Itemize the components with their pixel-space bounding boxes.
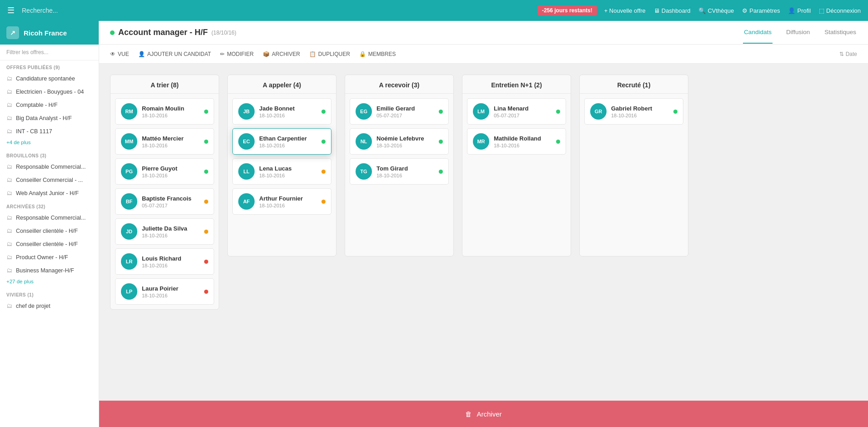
card-date: 18-10-2016 [259,203,317,208]
kanban-card[interactable]: EC Ethan Carpentier 18-10-2016 [232,128,331,155]
main-content: Account manager - H/F (18/10/16) Candida… [99,21,868,427]
topnav-links: + Nouvelle offre 🖥 Dashboard 🔍 CVthèque … [604,7,861,14]
modifier-button[interactable]: ✏ MODIFIER [220,51,254,57]
card-date: 05-07-2017 [376,113,434,118]
kanban-card[interactable]: MR Mathilde Rolland 18-10-2016 [467,128,566,155]
kanban-card[interactable]: TG Tom Girard 18-10-2016 [350,158,449,185]
sidebar-more-link[interactable]: +27 de plus [0,277,99,288]
tab-diffusion[interactable]: Diffusion [785,21,811,44]
sidebar-item[interactable]: 🗂chef de projet [0,299,99,312]
card-status-dot [321,200,326,204]
copy-icon: 📋 [309,51,316,57]
dashboard-link[interactable]: 🖥 Dashboard [654,7,691,14]
archiver-bar[interactable]: 🗑 Archiver [99,401,868,427]
sidebar-filter[interactable]: Filtrer les offres... [0,45,99,60]
card-status-dot [321,140,326,144]
archiver-button[interactable]: 📦 ARCHIVER [263,51,300,57]
sidebar-item[interactable]: 🗂Responsable Commercial... [0,211,99,224]
kanban-card[interactable]: NL Noémie Lefebvre 18-10-2016 [350,128,449,155]
kanban-col-body: EG Emilie Gerard 05-07-2017 NL Noémie Le… [345,94,453,189]
sidebar-item[interactable]: 🗂Product Owner - H/F [0,251,99,264]
sidebar-item[interactable]: 🗂Conseiller clientèle - H/F [0,224,99,237]
card-info: Romain Moulin 18-10-2016 [142,105,200,118]
card-name: Emilie Gerard [376,105,434,112]
sidebar-item[interactable]: 🗂Business Manager-H/F [0,264,99,277]
kanban-card[interactable]: PG Pierre Guyot 18-10-2016 [115,158,214,185]
sidebar-item[interactable]: 🗂Comptable - H/F [0,98,99,111]
profil-link[interactable]: 👤 Profil [788,7,811,14]
sidebar-item[interactable]: 🗂Big Data Analyst - H/F [0,111,99,125]
briefcase-icon: 🗂 [6,115,12,121]
ajouter-candidat-button[interactable]: 👤 AJOUTER UN CANDIDAT [138,51,211,57]
sidebar-item[interactable]: 🗂INT - CB 1117 [0,125,99,138]
sidebar-item[interactable]: 🗂Conseiller Commercial - ... [0,173,99,186]
card-info: Gabriel Robert 18-10-2016 [611,105,669,118]
logout-icon: ⬚ [819,7,824,14]
layout: ↗ Ricoh France Filtrer les offres... OFF… [0,21,868,427]
card-status-dot [321,170,326,174]
kanban-card[interactable]: LR Louis Richard 18-10-2016 [115,248,214,275]
card-status-dot [204,110,208,114]
briefcase-icon: 🗂 [6,190,12,196]
sidebar-item[interactable]: 🗂Responsable Commercial... [0,160,99,173]
kanban-card[interactable]: LP Laura Poirier 18-10-2016 [115,278,214,305]
avatar: LR [121,253,137,270]
sidebar-item-label: Business Manager-H/F [16,267,74,274]
card-name: Lina Menard [494,105,552,112]
sidebar-item[interactable]: 🗂Conseiller clientèle - H/F [0,237,99,251]
sidebar-item[interactable]: 🗂Candidature spontanée [0,72,99,85]
kanban-card[interactable]: AF Arthur Fournier 18-10-2016 [232,188,331,215]
main-header: Account manager - H/F (18/10/16) Candida… [99,21,868,45]
card-status-dot [204,170,208,174]
briefcase-icon: 🗂 [6,227,12,234]
avatar: NL [356,133,372,150]
avatar: GR [590,103,607,120]
kanban-card[interactable]: LM Lina Menard 05-07-2017 [467,98,566,125]
kanban-card[interactable]: BF Baptiste Francois 05-07-2017 [115,188,214,215]
kanban-card[interactable]: GR Gabriel Robert 18-10-2016 [584,98,683,125]
avatar: EC [238,133,255,150]
kanban-card[interactable]: MM Mattéo Mercier 18-10-2016 [115,128,214,155]
sidebar-more-link[interactable]: +4 de plus [0,138,99,149]
avatar: AF [238,193,255,210]
card-status-dot [673,110,677,114]
new-offer-link[interactable]: + Nouvelle offre [604,7,646,14]
briefcase-icon: 🗂 [6,302,12,309]
gear-icon: ⚙ [742,7,748,14]
kanban-card[interactable]: JB Jade Bonnet 18-10-2016 [232,98,331,125]
kanban-col-body: LM Lina Menard 05-07-2017 MR Mathilde Ro… [462,94,571,159]
membres-button[interactable]: 🔒 MEMBRES [359,51,396,57]
card-info: Lina Menard 05-07-2017 [494,105,552,118]
sidebar-item[interactable]: 🗂Electricien - Bouygues - 04 [0,85,99,98]
card-info: Mathilde Rolland 18-10-2016 [494,135,552,148]
kanban-col-header: Recruté (1) [580,75,688,94]
deconnexion-link[interactable]: ⬚ Déconnexion [819,7,861,14]
vue-button[interactable]: 👁 VUE [110,51,129,57]
kanban-card[interactable]: RM Romain Moulin 18-10-2016 [115,98,214,125]
sidebar-item[interactable]: 🗂Web Analyst Junior - H/F [0,186,99,200]
cvtheque-link[interactable]: 🔍 CVthèque [698,7,734,14]
avatar: MM [121,133,137,150]
card-status-dot [556,140,560,144]
tab-candidats[interactable]: Candidats [743,21,773,44]
card-date: 18-10-2016 [142,113,200,118]
briefcase-icon: 🗂 [6,101,12,108]
kanban-card[interactable]: LL Lena Lucas 18-10-2016 [232,158,331,185]
hamburger-icon[interactable]: ☰ [7,5,15,15]
search-input[interactable]: Recherche... [22,7,530,14]
card-date: 18-10-2016 [259,113,317,118]
kanban-col-header: A recevoir (3) [345,75,453,94]
card-info: Tom Girard 18-10-2016 [376,165,434,178]
kanban-card[interactable]: EG Emilie Gerard 05-07-2017 [350,98,449,125]
dupliquer-button[interactable]: 📋 DUPLIQUER [309,51,350,57]
card-date: 18-10-2016 [142,263,200,268]
avatar: EG [356,103,372,120]
avatar: LM [473,103,489,120]
kanban-card[interactable]: JD Juliette Da Silva 18-10-2016 [115,218,214,245]
date-sort-button[interactable]: ⇅ Date [839,51,857,57]
user-icon: 👤 [788,7,795,14]
parametres-link[interactable]: ⚙ Paramètres [742,7,780,14]
tab-statistiques[interactable]: Statistiques [823,21,857,44]
job-title-text: Account manager - H/F [118,28,208,37]
sidebar-section-title: BROUILLONS (3) [0,149,99,160]
